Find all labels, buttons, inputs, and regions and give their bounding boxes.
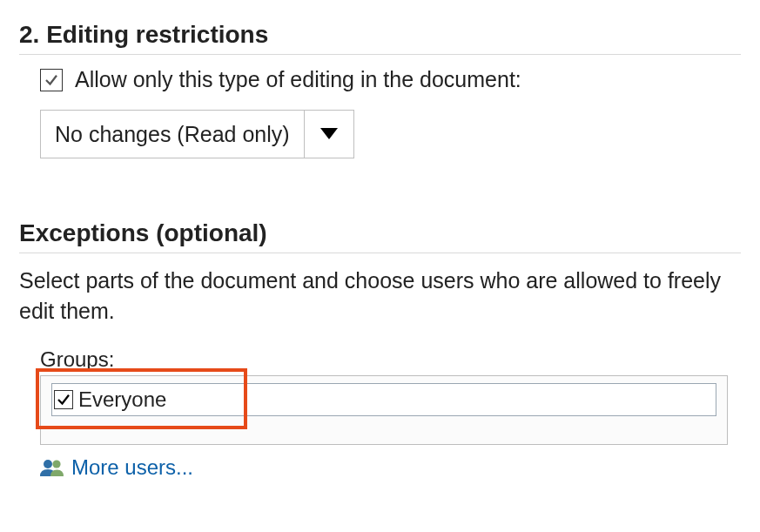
divider bbox=[19, 253, 741, 253]
more-users-link[interactable]: More users... bbox=[40, 455, 193, 480]
groups-item-row[interactable]: Everyone bbox=[51, 383, 716, 416]
groups-listbox[interactable]: Everyone bbox=[40, 375, 728, 445]
users-icon bbox=[40, 458, 64, 477]
svg-point-1 bbox=[52, 460, 60, 468]
svg-point-0 bbox=[44, 460, 52, 468]
exceptions-description: Select parts of the document and choose … bbox=[19, 266, 741, 327]
checkmark-icon bbox=[56, 392, 71, 407]
allow-only-checkbox[interactable] bbox=[40, 69, 63, 91]
checkmark-icon bbox=[44, 72, 59, 88]
group-everyone-label: Everyone bbox=[78, 387, 166, 412]
editing-restrictions-heading: 2. Editing restrictions bbox=[19, 21, 741, 49]
exceptions-heading: Exceptions (optional) bbox=[19, 219, 741, 247]
more-users-label: More users... bbox=[71, 455, 193, 480]
divider bbox=[19, 54, 741, 55]
group-everyone-checkbox[interactable] bbox=[54, 390, 73, 409]
dropdown-caret bbox=[305, 111, 353, 158]
groups-label: Groups: bbox=[40, 347, 741, 372]
editing-type-value: No changes (Read only) bbox=[41, 111, 305, 158]
editing-type-dropdown[interactable]: No changes (Read only) bbox=[40, 110, 354, 158]
chevron-down-icon bbox=[320, 128, 338, 140]
allow-only-label: Allow only this type of editing in the d… bbox=[75, 67, 521, 92]
allow-only-row: Allow only this type of editing in the d… bbox=[40, 67, 741, 92]
